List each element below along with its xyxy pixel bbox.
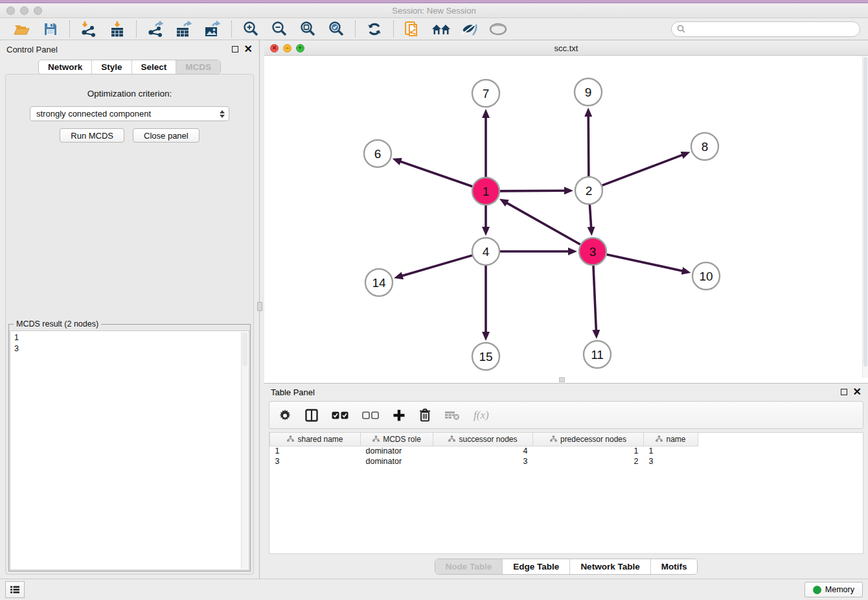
trash-icon[interactable] [419, 408, 431, 422]
save-icon[interactable] [40, 20, 62, 38]
node-label-2: 2 [586, 184, 593, 198]
table-cell[interactable]: 1 [533, 446, 644, 456]
import-network-icon[interactable] [78, 20, 100, 38]
tab-node-table[interactable]: Node Table [435, 559, 503, 574]
toolbar-separator [69, 21, 70, 38]
refresh-icon[interactable] [363, 20, 385, 38]
search-icon [677, 25, 685, 33]
split-table-icon[interactable] [305, 409, 318, 422]
status-bar: Memory [0, 579, 868, 600]
table-cell[interactable]: 3 [270, 456, 361, 467]
memory-status-icon [813, 586, 821, 594]
export-image-icon[interactable] [201, 20, 223, 38]
open-folder-icon[interactable] [11, 20, 33, 38]
network-window-title: scc.txt [264, 43, 868, 53]
birds-eye-icon[interactable] [487, 20, 509, 38]
node-label-1: 1 [483, 185, 490, 198]
close-table-panel-icon[interactable]: ✕ [853, 389, 862, 395]
unchecked-boxes-icon[interactable] [362, 411, 379, 419]
run-mcds-button[interactable]: Run MCDS [60, 128, 124, 143]
node-label-7: 7 [483, 87, 490, 100]
zoom-selected-icon[interactable] [325, 20, 347, 38]
memory-button[interactable]: Memory [805, 582, 863, 597]
mcds-result-textarea[interactable]: 1 3 [10, 330, 249, 570]
mcds-result-title: MCDS result (2 nodes) [14, 319, 101, 329]
import-table-icon[interactable] [106, 20, 128, 38]
result-line: 3 [14, 343, 249, 354]
divider-handle[interactable] [257, 302, 262, 311]
column-header-MCDS-role[interactable]: MCDS role [361, 433, 433, 446]
table-cell[interactable]: 3 [433, 456, 533, 467]
table-cell[interactable]: 4 [433, 446, 533, 456]
column-header-shared-name[interactable]: shared name [270, 433, 361, 446]
network-graph[interactable]: 7968124314101511 [264, 56, 868, 382]
gear-icon[interactable] [279, 409, 291, 422]
search-box[interactable] [671, 21, 860, 37]
tab-select[interactable]: Select [132, 60, 177, 74]
table-cell[interactable]: 1 [270, 446, 361, 456]
column-header-successor-nodes[interactable]: successor nodes [433, 433, 533, 446]
zoom-fit-icon[interactable] [297, 20, 319, 38]
edge-2-9[interactable] [588, 116, 589, 176]
tab-network[interactable]: Network [39, 60, 92, 74]
plus-icon[interactable] [393, 409, 405, 422]
edge-4-14[interactable] [402, 255, 472, 276]
delete-table-icon[interactable] [444, 410, 460, 421]
result-scrollbar[interactable] [241, 332, 248, 569]
tab-network-table[interactable]: Network Table [570, 559, 650, 574]
edge-2-3[interactable] [589, 205, 591, 227]
edge-3-1[interactable] [507, 203, 580, 244]
zoom-in-icon[interactable] [240, 20, 262, 38]
close-panel-icon[interactable]: ✕ [244, 46, 253, 52]
edge-1-6[interactable] [400, 161, 472, 187]
tab-mcds[interactable]: MCDS [176, 60, 220, 74]
hide-graphics-icon[interactable] [459, 20, 481, 38]
zoom-out-icon[interactable] [268, 20, 290, 38]
control-panel: Control Panel ✕ Network Style Select MCD… [0, 40, 259, 579]
table-cell[interactable]: 3 [644, 456, 698, 467]
column-header-predecessor-nodes[interactable]: predecessor nodes [533, 433, 644, 446]
table-row[interactable]: 3dominator323 [270, 456, 698, 467]
optimization-criterion-label: Optimization criterion: [6, 89, 253, 98]
canvas-vertical-scrollbar[interactable] [862, 56, 868, 378]
edge-1-2[interactable] [500, 190, 565, 191]
canvas-horizontal-scrollbar[interactable] [559, 377, 565, 382]
table-cell[interactable]: dominator [361, 456, 433, 467]
export-network-icon[interactable] [144, 20, 166, 38]
close-panel-button[interactable]: Close panel [133, 128, 200, 143]
mcds-panel: Optimization criterion: strongly connect… [5, 74, 254, 575]
optimization-criterion-select[interactable]: strongly connected component [30, 106, 229, 121]
function-icon[interactable]: f(x) [474, 409, 489, 422]
export-table-icon[interactable] [173, 20, 195, 38]
network-zoom-button[interactable]: + [296, 44, 304, 52]
network-canvas[interactable]: 7968124314101511 [264, 56, 868, 383]
network-close-button[interactable]: ✕ [270, 44, 279, 52]
checked-boxes-icon[interactable] [332, 411, 348, 419]
tab-motifs[interactable]: Motifs [651, 559, 698, 574]
main-titlebar: Session: New Session [0, 3, 868, 18]
panel-divider[interactable] [259, 40, 264, 579]
tab-style[interactable]: Style [92, 60, 131, 74]
table-cell[interactable]: 2 [533, 456, 644, 467]
table-cell[interactable]: 1 [644, 446, 698, 456]
node-table[interactable]: shared nameMCDS rolesuccessor nodesprede… [269, 432, 863, 554]
table-row[interactable]: 1dominator411 [270, 446, 698, 456]
search-input[interactable] [689, 25, 860, 34]
edge-3-11[interactable] [593, 266, 596, 330]
tab-edge-table[interactable]: Edge Table [503, 559, 570, 574]
application-window: Session: New Session [0, 0, 868, 600]
list-icon [10, 585, 20, 594]
edge-2-8[interactable] [602, 155, 683, 185]
search-area [671, 21, 860, 37]
network-minimize-button[interactable]: − [283, 44, 291, 52]
float-table-panel-icon[interactable] [841, 389, 847, 395]
edge-3-10[interactable] [606, 255, 682, 271]
table-cell[interactable]: dominator [361, 446, 433, 456]
float-panel-icon[interactable] [232, 46, 238, 52]
control-panel-title: Control Panel [6, 45, 58, 54]
network-from-file-icon[interactable] [402, 20, 424, 38]
home-networks-icon[interactable] [430, 20, 452, 38]
task-history-button[interactable] [5, 581, 25, 598]
column-header-name[interactable]: name [644, 433, 698, 446]
node-label-3: 3 [589, 245, 597, 259]
